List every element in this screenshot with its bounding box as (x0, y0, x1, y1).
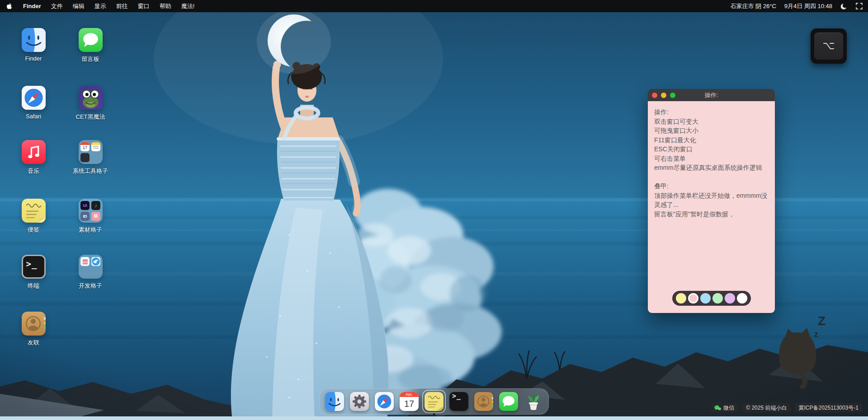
running-indicator-dot (433, 413, 435, 415)
desktop-icon-contacts[interactable]: 友联 (10, 312, 57, 347)
wechat-badge[interactable]: 微信 (710, 403, 738, 412)
note-line: 留言板"应用"暂时是假数据， (654, 210, 769, 219)
music-icon (22, 140, 46, 164)
doc-mini-icon (80, 257, 90, 266)
dock: JUL 17 >_ (319, 388, 549, 415)
window-title: 操作: (648, 91, 775, 99)
note-line: 可右击菜单 (654, 154, 769, 163)
desktop-icon-safari[interactable]: Safari (10, 86, 57, 120)
calendar-icon: JUL 17 (400, 392, 419, 411)
note-content: 操作: 双击窗口可变大 可拖曳窗口大小 F11窗口最大化 ESC关闭窗口 可右击… (648, 101, 775, 313)
color-dot-white[interactable] (737, 293, 747, 303)
menu-help[interactable]: 帮助 (160, 2, 171, 10)
sticky-note-icon (425, 392, 443, 411)
close-button[interactable] (652, 93, 657, 98)
desktop-icon-dev-grid[interactable]: 开发格子 (67, 255, 114, 290)
note-line: 操作: (654, 107, 769, 117)
menu-magic[interactable]: 魔法! (181, 2, 195, 10)
sleep-z-small: z (814, 330, 818, 339)
sticky-note-icon (22, 199, 46, 223)
calendar-mini-icon: 17 (80, 142, 90, 151)
desktop-icon-label: Finder (25, 55, 42, 62)
menu-edit[interactable]: 编辑 (73, 2, 85, 10)
note-line: emmm尽量还原真实桌面系统操作逻辑 (654, 163, 769, 173)
window-titlebar[interactable]: 操作: (648, 89, 775, 101)
color-dot-blue[interactable] (700, 293, 711, 303)
desktop-icon-label: 便签 (28, 226, 39, 234)
menu-bar: Finder 文件 编辑 显示 前往 窗口 帮助 魔法! 石家庄市 阴 26°C… (0, 0, 868, 12)
terminal-icon: >_ (449, 392, 468, 411)
color-dot-pink[interactable] (688, 293, 698, 303)
desktop-icon-message-board[interactable]: 留言板 (67, 28, 114, 63)
terminal-prompt-glyph: >_ (452, 392, 461, 400)
calculator-mini-icon (80, 153, 90, 162)
menu-window[interactable]: 窗口 (138, 2, 150, 10)
desktop-icon-system-tools-grid[interactable]: 17 系统工具格子 (67, 140, 114, 175)
sticky-note-window[interactable]: 操作: 操作: 双击窗口可变大 可拖曳窗口大小 F11窗口最大化 ESC关闭窗口… (648, 89, 775, 313)
dock-calendar[interactable]: JUL 17 (400, 392, 419, 411)
weather-status[interactable]: 石家庄市 阴 26°C (731, 2, 776, 10)
note-line: F11窗口最大化 (654, 135, 769, 145)
datetime-status[interactable]: 9月4日 周四 10:48 (784, 2, 832, 10)
fullscreen-button[interactable] (856, 3, 863, 9)
wechat-label: 微信 (723, 403, 734, 412)
note-line: 可拖曳窗口大小 (654, 126, 769, 135)
dock-safari[interactable] (375, 392, 394, 411)
moon-icon (840, 3, 848, 10)
desktop-icon-label: Safari (26, 113, 41, 120)
desktop-icon-cet-magic[interactable]: CET黑魔法 (67, 86, 114, 121)
menu-view[interactable]: 显示 (94, 2, 106, 10)
assets-folder-icon: UI ♪ ID M (79, 199, 103, 223)
desktop-icon-label: 素材格子 (79, 226, 102, 234)
note-line: ESC关闭窗口 (654, 145, 769, 154)
color-dot-purple[interactable] (725, 293, 735, 303)
system-tools-folder-icon: 17 (79, 140, 103, 164)
ui-mini-icon: UI (80, 201, 90, 210)
color-dot-green[interactable] (712, 293, 723, 303)
icp-badge[interactable]: 冀ICP备2025113003号-1 (794, 403, 863, 412)
dock-contacts[interactable] (474, 392, 493, 411)
dock-notes[interactable] (425, 392, 443, 411)
gear-icon (350, 392, 369, 411)
dock-messages[interactable] (499, 392, 518, 411)
maximize-button[interactable] (670, 93, 675, 98)
messages-icon (499, 392, 518, 411)
dock-plant[interactable] (524, 392, 543, 411)
m-mini-icon: M (91, 212, 100, 221)
id-mini-icon: ID (80, 212, 90, 221)
sleeping-cat: Z z (774, 311, 834, 388)
desktop-icon-label: 音乐 (28, 167, 39, 175)
note-line: 双击窗口可变大 (654, 117, 769, 126)
contacts-icon (22, 312, 46, 336)
menu-go[interactable]: 前往 (116, 2, 128, 10)
calendar-day: 17 (400, 397, 419, 411)
option-key-widget[interactable] (811, 28, 847, 64)
note-line (654, 173, 769, 182)
copyright-badge[interactable]: © 2025 前端小白 (742, 403, 791, 412)
menu-finder[interactable]: Finder (23, 3, 41, 9)
apple-menu[interactable] (5, 3, 13, 9)
menu-file[interactable]: 文件 (51, 2, 63, 10)
color-dot-yellow[interactable] (676, 293, 686, 303)
desktop-icon-assets-grid[interactable]: UI ♪ ID M 素材格子 (67, 199, 114, 234)
color-palette (672, 291, 751, 306)
desktop-screen: Finder 文件 编辑 显示 前往 窗口 帮助 魔法! 石家庄市 阴 26°C… (0, 0, 868, 420)
minimize-button[interactable] (661, 93, 666, 98)
frog-icon (79, 86, 103, 110)
note-line: 顶部操作菜单栏还没开始做，emmmm没灵感了... (654, 191, 769, 210)
safari-icon (375, 392, 394, 411)
desktop-icon-finder[interactable]: Finder (10, 28, 57, 62)
dock-terminal[interactable]: >_ (449, 392, 468, 411)
safari-icon (22, 86, 46, 110)
contacts-icon (474, 392, 493, 411)
desktop-icon-notes[interactable]: 便签 (10, 199, 57, 234)
dock-settings[interactable] (350, 392, 369, 411)
desktop-icon-terminal[interactable]: >_ 终端 (10, 255, 57, 290)
bottom-strip (0, 416, 868, 420)
desktop-icon-label: 系统工具格子 (73, 167, 108, 175)
desktop-icon-music[interactable]: 音乐 (10, 140, 57, 175)
dark-mode-toggle[interactable] (840, 3, 848, 10)
dock-finder[interactable] (325, 392, 344, 411)
wechat-icon (714, 405, 721, 411)
desktop-icon-label: 开发格子 (79, 282, 102, 290)
